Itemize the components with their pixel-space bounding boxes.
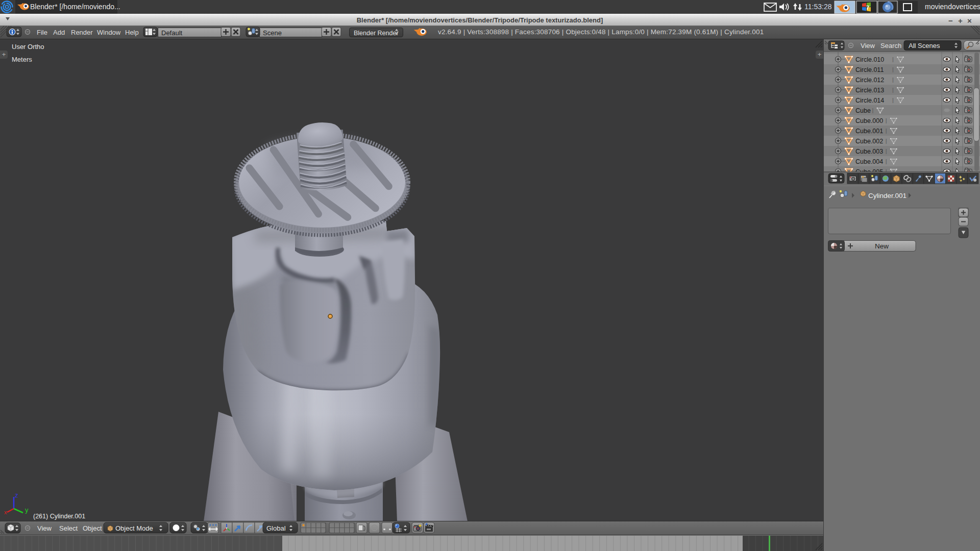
svg-text:Object: Object bbox=[83, 524, 102, 532]
svg-text:Circle.010: Circle.010 bbox=[855, 56, 884, 63]
svg-text:Cube: Cube bbox=[855, 107, 871, 114]
svg-text:z: z bbox=[15, 491, 18, 499]
svg-text:View: View bbox=[861, 42, 875, 49]
svg-text:New: New bbox=[875, 242, 889, 250]
svg-text:|: | bbox=[892, 77, 894, 83]
svg-text:Cube.002: Cube.002 bbox=[855, 138, 883, 145]
svg-text:View: View bbox=[37, 524, 52, 532]
svg-text:Circle.014: Circle.014 bbox=[855, 97, 884, 104]
svg-text:Circle.013: Circle.013 bbox=[855, 87, 884, 94]
svg-text:|: | bbox=[886, 128, 887, 134]
svg-text:Cube.003: Cube.003 bbox=[855, 148, 883, 155]
svg-text:7: 7 bbox=[866, 5, 869, 11]
svg-text:Circle.011: Circle.011 bbox=[855, 66, 884, 73]
svg-text:x: x bbox=[4, 509, 7, 515]
svg-text:Cube.000: Cube.000 bbox=[855, 117, 883, 124]
svg-text:|: | bbox=[892, 87, 894, 93]
svg-text:|: | bbox=[872, 107, 873, 113]
svg-text:|: | bbox=[886, 138, 887, 144]
svg-text:Select: Select bbox=[59, 524, 78, 532]
svg-text:|: | bbox=[886, 158, 887, 164]
svg-text:Cube.004: Cube.004 bbox=[855, 158, 883, 165]
svg-text:Cube.001: Cube.001 bbox=[855, 128, 883, 135]
svg-text:Search: Search bbox=[880, 42, 901, 49]
svg-text:|: | bbox=[886, 117, 887, 123]
svg-text:|: | bbox=[886, 148, 887, 154]
svg-text:|: | bbox=[892, 56, 894, 62]
svg-text:Circle.012: Circle.012 bbox=[855, 77, 884, 84]
svg-text:y: y bbox=[25, 506, 29, 514]
svg-text:|: | bbox=[892, 66, 894, 72]
svg-text:Global: Global bbox=[266, 524, 286, 532]
svg-text:All Scenes: All Scenes bbox=[909, 42, 940, 49]
svg-text:Cylinder.001: Cylinder.001 bbox=[868, 192, 906, 199]
svg-text:Object Mode: Object Mode bbox=[115, 524, 153, 532]
svg-text:|: | bbox=[892, 97, 894, 103]
